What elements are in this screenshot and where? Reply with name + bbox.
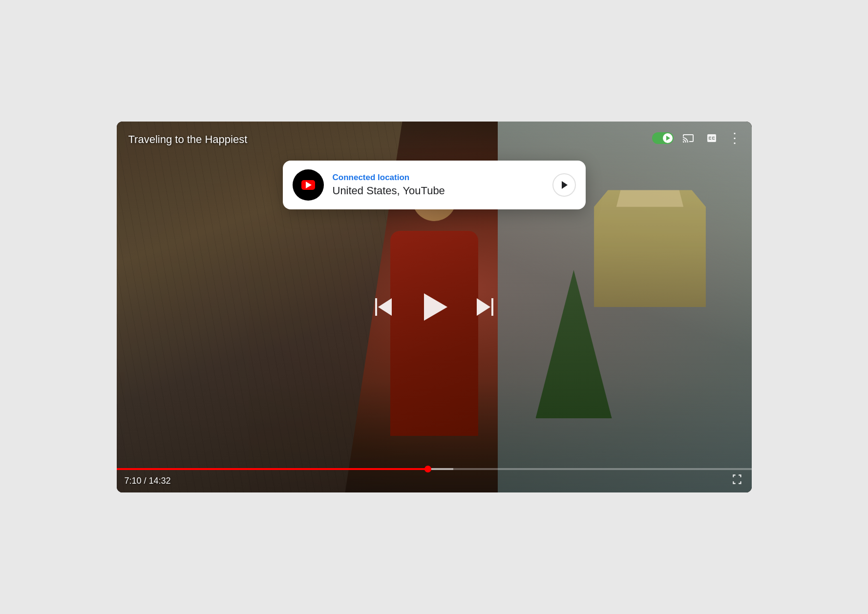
skip-next-button[interactable]	[477, 298, 493, 316]
more-options-button[interactable]: ⋮	[726, 129, 744, 147]
toggle-thumb	[663, 133, 673, 143]
youtube-play-button	[301, 180, 315, 190]
cast-button[interactable]	[679, 129, 697, 147]
connected-location-popup: Connected location United States, YouTub…	[283, 161, 586, 209]
figure-body	[390, 231, 478, 436]
fullscreen-button[interactable]	[731, 473, 744, 489]
progress-dot[interactable]	[424, 466, 431, 472]
popup-text: Connected location United States, YouTub…	[333, 173, 544, 197]
progress-watched	[117, 468, 428, 470]
page-wrapper: Traveling to the Happiest ⋮	[112, 122, 757, 492]
play-button[interactable]	[421, 293, 447, 321]
progress-bar[interactable]	[117, 468, 752, 470]
toggle-track[interactable]	[652, 132, 674, 144]
cc-button[interactable]	[703, 129, 720, 147]
skip-next-triangle	[477, 298, 490, 316]
progress-buffered	[428, 468, 453, 470]
connected-label: Connected location	[333, 173, 544, 183]
play-icon	[666, 136, 670, 141]
video-title: Traveling to the Happiest	[128, 133, 248, 146]
top-controls: ⋮	[652, 129, 744, 147]
toggle-control[interactable]	[652, 132, 674, 144]
popup-arrow-icon	[562, 181, 568, 189]
center-controls	[375, 293, 493, 321]
youtube-play-arrow	[306, 182, 312, 188]
skip-prev-button[interactable]	[375, 298, 392, 316]
popup-arrow-button[interactable]	[552, 173, 576, 197]
play-icon-large	[424, 293, 447, 321]
skip-prev-triangle	[378, 298, 392, 316]
bottom-controls: 7:10 / 14:32	[117, 468, 752, 492]
popup-location: United States, YouTube	[333, 184, 544, 197]
time-controls: 7:10 / 14:32	[117, 470, 752, 492]
skip-next-icon	[477, 298, 493, 316]
video-container: Traveling to the Happiest ⋮	[117, 122, 752, 492]
skip-prev-icon	[375, 298, 392, 316]
time-display: 7:10 / 14:32	[125, 476, 171, 486]
youtube-logo	[293, 169, 324, 201]
